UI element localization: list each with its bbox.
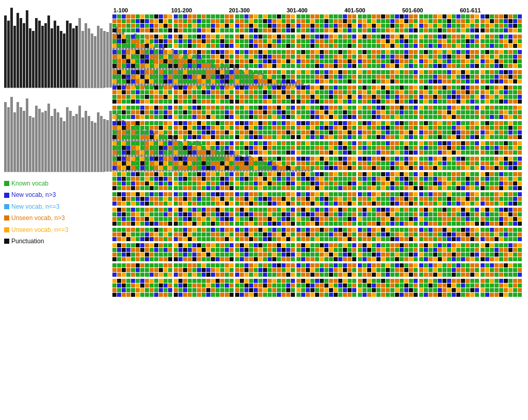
vocab-pixel: [395, 273, 399, 277]
vocab-pixel: [112, 181, 117, 186]
vocab-pixel: [154, 197, 158, 201]
vocab-pixel: [254, 157, 258, 161]
pixel-row: [358, 268, 418, 272]
vocab-pixel: [518, 197, 522, 201]
vocab-column: [235, 14, 295, 298]
vocab-pixel: [202, 141, 206, 145]
vocab-pixel: [263, 106, 267, 110]
vocab-pixel: [456, 106, 460, 110]
vocab-pixel: [229, 283, 234, 288]
vocab-pixel: [272, 197, 276, 201]
vocab-pixel: [409, 257, 413, 261]
vocab-pixel: [428, 253, 433, 257]
vocab-pixel: [225, 197, 229, 201]
vocab-pixel: [461, 192, 465, 196]
vocab-pixel: [324, 192, 328, 196]
vocab-pixel: [202, 212, 206, 216]
pixel-group: [235, 279, 295, 297]
pixel-row: [419, 55, 480, 59]
vocab-pixel: [481, 59, 485, 63]
vocab-pixel: [438, 146, 442, 150]
vocab-pixel: [291, 95, 295, 99]
vocab-pixel: [229, 186, 234, 190]
vocab-pixel: [466, 59, 470, 63]
pixel-group: [296, 121, 357, 139]
vocab-pixel: [202, 50, 206, 54]
vocab-pixel: [254, 181, 258, 186]
vocab-pixel: [513, 186, 517, 190]
vocab-pixel: [324, 95, 328, 99]
iliad-chart: [4, 8, 105, 88]
vocab-pixel: [428, 146, 433, 150]
vocab-pixel: [306, 192, 310, 196]
vocab-pixel: [206, 106, 210, 110]
vocab-pixel: [154, 115, 158, 119]
vocab-pixel: [178, 172, 183, 176]
pixel-row: [174, 288, 234, 292]
vocab-pixel: [183, 99, 187, 104]
pixel-row: [174, 64, 234, 68]
vocab-pixel: [485, 115, 489, 119]
vocab-pixel: [390, 146, 394, 150]
vocab-pixel: [159, 166, 163, 170]
vocab-pixel: [220, 99, 224, 104]
vocab-pixel: [490, 86, 494, 90]
vocab-pixel: [136, 228, 140, 232]
vocab-pixel: [154, 55, 158, 59]
vocab-pixel: [117, 70, 121, 74]
vocab-pixel: [154, 222, 158, 226]
vocab-pixel: [461, 283, 465, 288]
pixel-group: [358, 228, 418, 241]
vocab-pixel: [352, 186, 356, 190]
vocab-pixel: [485, 126, 489, 130]
vocab-pixel: [470, 150, 474, 155]
vocab-pixel: [428, 172, 433, 176]
pixel-row: [481, 70, 522, 74]
vocab-pixel: [306, 95, 310, 99]
vocab-pixel: [159, 55, 163, 59]
vocab-pixel: [202, 177, 206, 181]
vocab-pixel: [358, 268, 362, 272]
vocab-pixel: [178, 208, 183, 212]
vocab-pixel: [452, 161, 456, 165]
vocab-pixel: [197, 288, 201, 292]
vocab-pixel: [438, 237, 442, 241]
pixel-row: [235, 243, 295, 247]
vocab-pixel: [192, 263, 196, 267]
iliad-bar: [109, 23, 112, 88]
vocab-pixel: [122, 283, 126, 288]
vocab-pixel: [320, 95, 324, 99]
vocab-pixel: [352, 28, 356, 32]
vocab-column: [112, 14, 173, 298]
vocab-pixel: [400, 95, 404, 99]
vocab-pixel: [424, 192, 428, 196]
vocab-pixel: [508, 232, 513, 237]
vocab-pixel: [381, 181, 385, 186]
pixel-row: [481, 55, 522, 59]
vocab-pixel: [381, 288, 385, 292]
vocab-pixel: [154, 166, 158, 170]
vocab-pixel: [258, 279, 262, 283]
vocab-pixel: [163, 263, 168, 267]
vocab-pixel: [419, 157, 423, 161]
vocab-pixel: [352, 59, 356, 63]
vocab-pixel: [348, 212, 352, 216]
vocab-pixel: [286, 228, 290, 232]
vocab-pixel: [390, 166, 394, 170]
pixel-row: [235, 166, 295, 170]
vocab-pixel: [329, 150, 333, 155]
vocab-pixel: [494, 263, 499, 267]
vocab-pixel: [282, 55, 286, 59]
vocab-pixel: [174, 177, 178, 181]
vocab-pixel: [268, 197, 272, 201]
vocab-pixel: [306, 166, 310, 170]
vocab-pixel: [258, 86, 262, 90]
vocab-pixel: [470, 222, 474, 226]
vocab-pixel: [508, 197, 513, 201]
vocab-pixel: [268, 150, 272, 155]
vocab-pixel: [466, 257, 470, 261]
vocab-pixel: [470, 90, 474, 94]
vocab-pixel: [272, 19, 276, 23]
vocab-pixel: [240, 208, 244, 212]
vocab-pixel: [428, 263, 433, 267]
